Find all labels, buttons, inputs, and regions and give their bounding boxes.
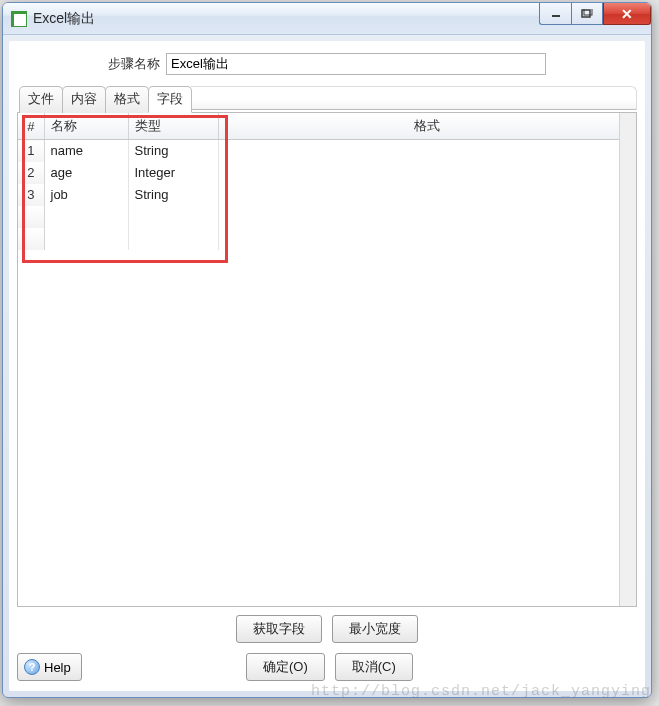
window-buttons: ✕ — [539, 3, 651, 25]
fields-table-container: # 名称 类型 格式 1 name String 2 ag — [17, 113, 637, 607]
cell-name[interactable]: age — [44, 162, 128, 184]
col-header-num[interactable]: # — [18, 113, 44, 140]
get-fields-button[interactable]: 获取字段 — [236, 615, 322, 643]
bottom-bar: ? Help 确定(O) 取消(C) — [17, 653, 637, 681]
cell-name[interactable]: job — [44, 184, 128, 206]
cell-format[interactable] — [218, 162, 636, 184]
svg-rect-0 — [552, 15, 560, 17]
table-row[interactable]: 3 job String — [18, 184, 636, 206]
cell-type[interactable]: String — [128, 184, 218, 206]
client-area: 步骤名称 文件 内容 格式 字段 # 名称 类型 格式 — [9, 41, 645, 691]
close-icon: ✕ — [621, 6, 633, 22]
tab-fields[interactable]: 字段 — [148, 86, 192, 113]
cell-type[interactable]: String — [128, 140, 218, 162]
table-action-buttons: 获取字段 最小宽度 — [17, 615, 637, 643]
table-row[interactable] — [18, 206, 636, 228]
cell-num: 3 — [18, 184, 44, 206]
tabstrip-fill — [191, 86, 637, 110]
help-label: Help — [44, 660, 71, 675]
min-width-button[interactable]: 最小宽度 — [332, 615, 418, 643]
help-button[interactable]: ? Help — [17, 653, 82, 681]
svg-rect-1 — [582, 10, 590, 17]
col-header-name[interactable]: 名称 — [44, 113, 128, 140]
ok-button[interactable]: 确定(O) — [246, 653, 325, 681]
col-header-type[interactable]: 类型 — [128, 113, 218, 140]
tab-format[interactable]: 格式 — [105, 86, 149, 113]
dialog-window: Excel输出 ✕ 步骤名称 文件 内容 格式 字段 — [2, 2, 652, 698]
table-header-row: # 名称 类型 格式 — [18, 113, 636, 140]
table-row[interactable]: 2 age Integer — [18, 162, 636, 184]
help-icon: ? — [24, 659, 40, 675]
tab-file[interactable]: 文件 — [19, 86, 63, 113]
maximize-button[interactable] — [571, 3, 603, 25]
fields-table: # 名称 类型 格式 1 name String 2 ag — [18, 113, 636, 250]
cell-format[interactable] — [218, 140, 636, 162]
minimize-button[interactable] — [539, 3, 571, 25]
col-header-format[interactable]: 格式 — [218, 113, 636, 140]
excel-icon — [11, 11, 27, 27]
tabstrip: 文件 内容 格式 字段 — [17, 85, 637, 113]
cell-num: 2 — [18, 162, 44, 184]
close-button[interactable]: ✕ — [603, 3, 651, 25]
cancel-button[interactable]: 取消(C) — [335, 653, 413, 681]
table-row[interactable]: 1 name String — [18, 140, 636, 162]
titlebar[interactable]: Excel输出 ✕ — [3, 3, 651, 35]
window-title: Excel输出 — [33, 10, 95, 28]
table-row[interactable] — [18, 228, 636, 250]
cell-name[interactable]: name — [44, 140, 128, 162]
step-name-row: 步骤名称 — [17, 53, 637, 75]
cell-type[interactable]: Integer — [128, 162, 218, 184]
minimize-icon — [551, 9, 561, 19]
cell-format[interactable] — [218, 184, 636, 206]
cell-num: 1 — [18, 140, 44, 162]
step-name-label: 步骤名称 — [108, 55, 160, 73]
maximize-icon — [581, 9, 593, 19]
step-name-input[interactable] — [166, 53, 546, 75]
tab-content[interactable]: 内容 — [62, 86, 106, 113]
vertical-scrollbar[interactable] — [619, 113, 636, 606]
